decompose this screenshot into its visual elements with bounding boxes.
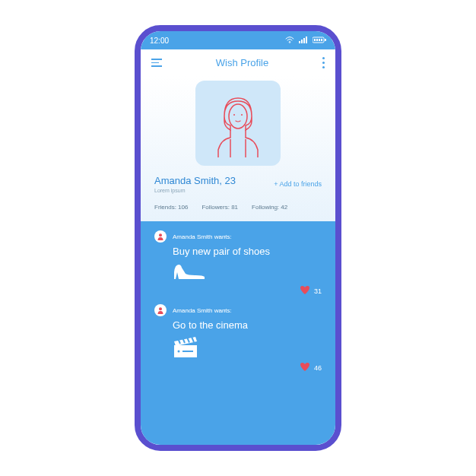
profile-name: Amanda Smith, 23 (154, 175, 236, 186)
page-title: Wish Profile (216, 57, 268, 68)
clapper-icon (173, 335, 322, 361)
svg-rect-6 (314, 39, 316, 41)
wish-author: Amanda Smith wants: (173, 233, 232, 240)
battery-icon (313, 36, 326, 45)
wish-title: Buy new pair of shoes (173, 246, 322, 257)
wish-item[interactable]: Amanda Smith wants: Buy new pair of shoe… (141, 230, 335, 304)
shoe-icon (173, 262, 322, 284)
stat-followers[interactable]: Followers: 81 (202, 204, 238, 211)
stat-following[interactable]: Following: 42 (252, 204, 287, 211)
profile-subtitle: Lorem ipsum (154, 188, 236, 193)
heart-icon[interactable] (300, 361, 310, 375)
more-icon[interactable] (322, 57, 325, 68)
wish-item[interactable]: Amanda Smith wants: Go to the cinema 46 (141, 304, 335, 381)
svg-rect-8 (319, 39, 320, 41)
profile-stats: Friends: 106 Followers: 81 Following: 42 (154, 204, 322, 211)
svg-point-11 (229, 104, 247, 129)
wifi-icon (285, 36, 294, 45)
avatar[interactable] (195, 81, 281, 166)
svg-rect-9 (321, 39, 322, 41)
phone-frame: 12:00 Wish Profile (135, 25, 341, 451)
heart-icon[interactable] (300, 284, 310, 298)
wish-title: Go to the cinema (173, 319, 322, 331)
svg-rect-18 (182, 351, 193, 352)
status-time: 12:00 (150, 36, 169, 45)
menu-icon[interactable] (151, 59, 162, 67)
svg-rect-7 (316, 39, 318, 41)
stat-friends[interactable]: Friends: 106 (154, 204, 188, 211)
svg-rect-2 (301, 40, 303, 43)
signal-icon (299, 36, 308, 45)
wish-author: Amanda Smith wants: (173, 307, 232, 314)
profile-section: Amanda Smith, 23 Lorem ipsum + Add to fr… (141, 76, 335, 221)
svg-point-14 (159, 233, 162, 236)
status-bar: 12:00 (141, 31, 335, 49)
svg-rect-10 (325, 39, 326, 41)
avatar-icon (208, 89, 268, 157)
svg-rect-3 (303, 38, 305, 43)
status-icons (285, 36, 326, 45)
svg-point-13 (241, 114, 243, 116)
svg-point-12 (233, 114, 235, 116)
add-friends-button[interactable]: + Add to friends (274, 180, 322, 188)
svg-point-0 (289, 42, 290, 43)
wishes-list: Amanda Smith wants: Buy new pair of shoe… (141, 221, 335, 445)
svg-rect-4 (306, 36, 307, 43)
svg-point-17 (178, 351, 180, 353)
svg-rect-1 (299, 41, 300, 43)
app-header: Wish Profile (141, 49, 335, 76)
svg-point-15 (159, 307, 162, 310)
like-count: 31 (314, 287, 322, 295)
like-count: 46 (314, 364, 322, 372)
user-avatar-icon (154, 304, 167, 316)
user-avatar-icon (154, 230, 167, 243)
